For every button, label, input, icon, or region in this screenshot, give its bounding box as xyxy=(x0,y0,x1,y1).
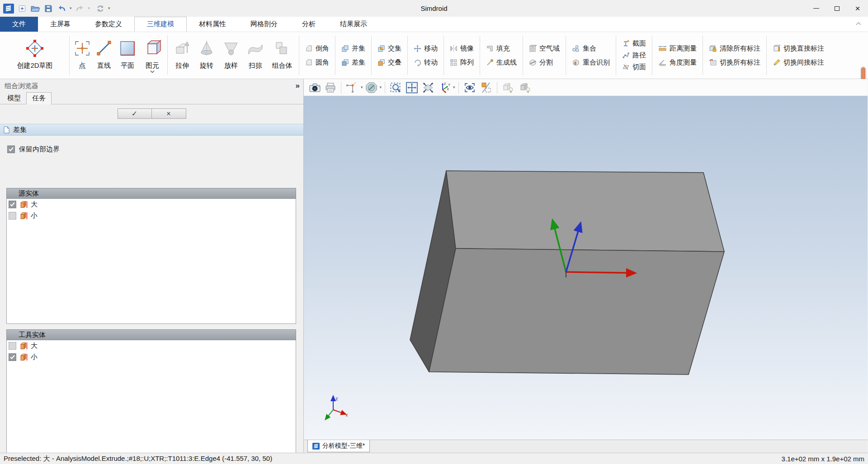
no-render-icon[interactable] xyxy=(364,81,379,94)
item-checkbox[interactable] xyxy=(9,212,16,220)
tab-home[interactable]: 主屏幕 xyxy=(38,17,83,32)
split-button[interactable]: 分割 xyxy=(529,58,560,67)
item-checkbox[interactable] xyxy=(9,201,16,208)
create-2d-sketch-button[interactable]: 创建2D草图 xyxy=(3,32,67,79)
revolve-button[interactable]: 旋转 xyxy=(194,32,219,79)
primitive-button[interactable]: 图元 xyxy=(140,32,165,79)
plane-button[interactable]: 平面 xyxy=(115,32,140,79)
item-checkbox[interactable] xyxy=(9,342,16,350)
section-button[interactable]: 截面 xyxy=(622,39,646,48)
cancel-button[interactable]: × xyxy=(152,108,186,119)
ok-button[interactable]: ✓ xyxy=(118,108,152,119)
box-front-face[interactable] xyxy=(429,248,724,375)
extrude-label: 拉伸 xyxy=(175,61,189,70)
chamfer-label: 倒角 xyxy=(316,44,329,53)
tab-meshing[interactable]: 网格剖分 xyxy=(238,17,290,32)
cut-plane-label: 切面 xyxy=(632,63,646,71)
view-orientation-icon[interactable]: Z Y X xyxy=(437,81,452,94)
loft-button[interactable]: 放样 xyxy=(219,32,243,79)
tab-parameter-definition[interactable]: 参数定义 xyxy=(83,17,134,32)
move-button[interactable]: 移动 xyxy=(414,44,438,53)
refresh-dropdown-icon[interactable]: ▾ xyxy=(108,6,110,10)
generate-line-button[interactable]: 生成线 xyxy=(486,58,517,67)
chamfer-button[interactable]: 倒角 xyxy=(305,44,329,53)
list-item[interactable]: 小 xyxy=(7,352,296,363)
pan-icon[interactable] xyxy=(404,81,420,94)
toggle-all-annotations-button[interactable]: 切换所有标注 xyxy=(709,58,760,67)
minimize-button[interactable] xyxy=(806,0,826,17)
path-button[interactable]: 路径 xyxy=(622,51,646,60)
view-orientation-dropdown-icon[interactable]: ▾ xyxy=(453,85,455,89)
sweep-button[interactable]: 扫掠 xyxy=(243,32,268,79)
collapse-panel-icon[interactable]: » xyxy=(296,81,299,90)
line-button[interactable]: 直线 xyxy=(93,32,115,79)
intersect-button[interactable]: 交集 xyxy=(377,44,401,53)
collection-button[interactable]: 集合 xyxy=(572,44,610,53)
item-checkbox[interactable] xyxy=(9,353,16,361)
overlap-button[interactable]: 交叠 xyxy=(377,58,401,67)
air-domain-button[interactable]: 空气域 xyxy=(529,44,560,53)
refresh-icon[interactable] xyxy=(95,3,105,14)
save-icon[interactable] xyxy=(43,3,53,14)
undo-icon[interactable] xyxy=(56,3,67,14)
coincide-recognition-button[interactable]: 重合识别 xyxy=(572,58,610,67)
tab-task[interactable]: 任务 xyxy=(26,92,52,104)
toggle-indirect-annotation-button[interactable]: 切换间接标注 xyxy=(773,58,824,67)
keep-inner-boundary-checkbox[interactable] xyxy=(7,145,15,153)
zoom-fit-icon[interactable] xyxy=(420,81,436,94)
tab-file[interactable]: 文件 xyxy=(0,17,38,32)
primitive-dropdown-icon[interactable] xyxy=(150,70,155,73)
source-entities-list[interactable]: 大 小 xyxy=(6,199,296,324)
screenshot-camera-icon[interactable] xyxy=(307,81,322,94)
fillet-button[interactable]: 圆角 xyxy=(305,58,329,67)
tab-analysis[interactable]: 分析 xyxy=(290,17,328,32)
keep-inner-boundary-row[interactable]: 保留内部边界 xyxy=(7,145,303,154)
subtract-button[interactable]: 差集 xyxy=(341,58,365,67)
union-button[interactable]: 并集 xyxy=(341,44,365,53)
tool-entities-group: 工具实体 大 小 xyxy=(6,329,296,464)
open-file-icon[interactable] xyxy=(30,3,41,14)
mirror-button[interactable]: 镜像 xyxy=(450,44,474,53)
distance-measure-button[interactable]: 距离测量 xyxy=(658,44,697,53)
angle-measure-button[interactable]: 角度测量 xyxy=(658,58,697,67)
new-file-icon[interactable] xyxy=(17,3,27,14)
list-item[interactable]: 小 xyxy=(7,210,296,221)
point-button[interactable]: 点 xyxy=(72,32,93,79)
tab-results[interactable]: 结果展示 xyxy=(328,17,379,32)
rotate-button[interactable]: 转动 xyxy=(414,58,438,67)
item-label: 小 xyxy=(31,211,38,220)
path-icon xyxy=(622,52,630,59)
list-item[interactable]: 大 xyxy=(7,340,296,352)
scene-3d[interactable]: z x xyxy=(304,96,868,440)
visibility-icon[interactable] xyxy=(462,81,477,94)
close-button[interactable]: × xyxy=(847,0,868,17)
maximize-button[interactable] xyxy=(826,0,847,17)
tab-material-properties[interactable]: 材料属性 xyxy=(187,17,238,32)
composite-button[interactable]: 组合体 xyxy=(268,32,297,79)
redo-icon[interactable] xyxy=(75,3,85,14)
clip-toggle-icon[interactable] xyxy=(478,81,494,94)
no-render-dropdown-icon[interactable]: ▾ xyxy=(380,85,382,89)
extrude-button[interactable]: 拉伸 xyxy=(170,32,194,79)
app-icon[interactable] xyxy=(3,3,14,14)
print-icon[interactable] xyxy=(323,81,338,94)
redo-dropdown-icon[interactable]: ▾ xyxy=(88,6,90,10)
list-item[interactable]: 大 xyxy=(7,199,296,210)
document-tab[interactable]: 分析模型-三维* xyxy=(307,440,370,452)
ribbon-collapse-icon[interactable] xyxy=(854,19,863,28)
fill-button[interactable]: 填充 xyxy=(486,44,517,53)
undo-dropdown-icon[interactable]: ▾ xyxy=(70,6,72,10)
snap-axis-dropdown-icon[interactable]: ▾ xyxy=(361,85,363,89)
toggle-direct-annotation-button[interactable]: 切换直接标注 xyxy=(773,44,824,53)
show-body-icon[interactable] xyxy=(500,81,517,94)
tab-model[interactable]: 模型 xyxy=(2,93,26,104)
snap-axis-icon[interactable] xyxy=(344,81,360,94)
tab-3d-modeling[interactable]: 三维建模 xyxy=(134,17,187,32)
zoom-window-icon[interactable] xyxy=(388,81,403,94)
cut-plane-button[interactable]: 切面 xyxy=(622,62,646,72)
tool-entities-list[interactable]: 大 小 xyxy=(6,340,296,464)
pattern-button[interactable]: 阵列 xyxy=(450,58,474,67)
clear-all-annotations-button[interactable]: 清除所有标注 xyxy=(709,44,760,53)
hide-body-icon[interactable] xyxy=(518,81,534,94)
box-top-face[interactable] xyxy=(446,171,724,252)
